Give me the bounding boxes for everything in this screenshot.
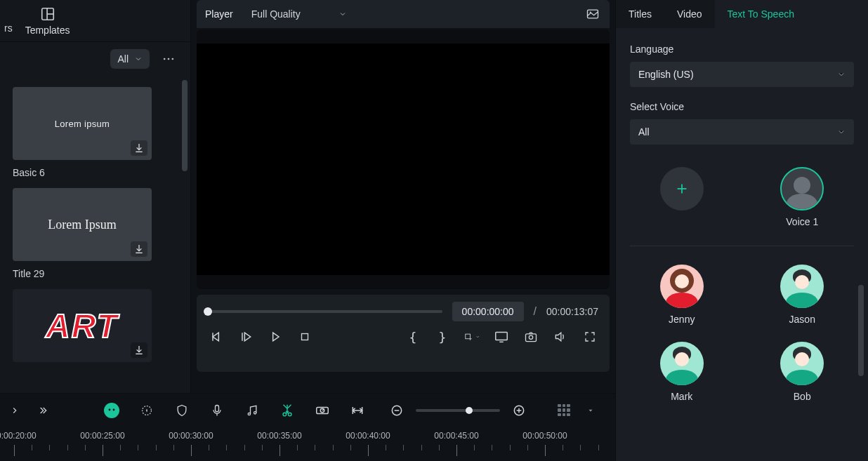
volume-icon [553,330,567,344]
stop-button[interactable] [296,328,313,345]
ruler-tick-minor [173,445,174,450]
auto-enhance-button[interactable] [138,401,156,420]
forward-button[interactable] [267,328,284,345]
zoom-knob[interactable] [466,407,473,414]
template-thumb[interactable]: ART [13,289,152,362]
voiceover-button[interactable] [208,401,226,420]
template-thumb[interactable]: Lorem Ipsum [13,188,152,261]
download-icon [133,243,145,255]
expand-panel-button[interactable] [34,401,52,420]
svg-line-38 [287,404,291,408]
download-button[interactable] [131,342,147,358]
voice-name: Mark [671,391,692,402]
zoom-slider[interactable] [416,409,500,412]
tab-video[interactable]: Video [664,0,715,28]
silhouette-icon [782,168,822,209]
partial-tab[interactable]: rs [4,22,13,34]
crop-button[interactable] [463,328,480,345]
avatar-tool-icon [103,402,120,419]
right-scrollbar[interactable] [858,285,864,376]
time-separator: / [534,305,537,318]
svg-point-10 [590,12,591,13]
voice-mark[interactable] [660,342,704,385]
prev-frame-button[interactable] [208,328,225,345]
speed-button[interactable] [313,401,331,420]
play-button[interactable] [237,328,254,345]
voice-jason[interactable] [780,265,824,308]
zoom-in-icon [512,403,526,417]
more-button[interactable] [157,48,180,69]
ruler-tick-minor [474,445,475,450]
ruler-tick-minor [67,445,68,450]
mark-out-button[interactable]: } [434,328,451,345]
split-button[interactable] [278,401,296,420]
template-preview-text: ART [46,307,119,345]
ruler-tick-minor [85,445,86,450]
ruler-tick-minor [527,445,528,450]
svg-rect-20 [496,333,508,340]
mark-in-button[interactable]: { [405,328,421,345]
chevron-down-icon [134,55,143,63]
seek-knob[interactable] [204,307,212,316]
voice-custom-1[interactable] [780,167,824,211]
prev-panel-button[interactable] [6,401,24,420]
language-value: English (US) [638,69,694,80]
ruler-tick-major [456,445,457,456]
tab-tts[interactable]: Text To Speech [715,0,807,28]
avatar-tool-button[interactable] [103,401,121,420]
mic-icon [210,403,224,417]
marker-button[interactable] [173,401,191,420]
ruler-tick-major [545,445,546,456]
fit-button[interactable] [348,401,367,420]
svg-rect-17 [466,334,471,339]
seek-slider[interactable] [208,310,442,313]
ruler-tick-major [14,445,15,456]
snapshot-button[interactable] [522,328,539,345]
tab-titles[interactable]: Titles [616,0,664,28]
ruler-tick-minor [580,445,581,450]
ruler-label: 00:00:50:00 [522,431,567,441]
timeline-ruler[interactable]: 00:00:20:0000:00:25:0000:00:30:0000:00:3… [0,427,615,461]
svg-point-28 [109,408,111,410]
track-layout-button[interactable] [555,401,573,420]
voice-jenny[interactable] [660,265,704,308]
chevron-down-icon [837,128,846,136]
audio-button[interactable] [243,401,261,420]
download-button[interactable] [131,140,147,156]
avatar-female-icon [660,265,704,308]
zoom-in-button[interactable] [510,401,528,420]
quality-dropdown[interactable]: Full Quality [244,6,354,22]
ruler-tick-minor [403,445,404,450]
ruler-tick-minor [209,445,209,450]
fit-icon [350,403,364,417]
tab-templates[interactable]: Templates [25,6,70,36]
voice-filter-select[interactable]: All [630,119,854,145]
svg-rect-32 [216,405,219,411]
snapshot-panel-icon [586,7,600,21]
zoom-out-button[interactable] [388,401,406,420]
svg-marker-11 [213,333,218,341]
svg-point-5 [172,58,174,60]
volume-button[interactable] [552,328,569,345]
add-voice-button[interactable] [660,167,704,211]
speed-icon [315,403,330,418]
fullscreen-button[interactable] [581,328,598,345]
language-select[interactable]: English (US) [630,62,854,87]
display-button[interactable] [493,328,510,345]
video-viewport[interactable] [197,29,610,289]
templates-icon [40,6,55,22]
templates-list[interactable]: Lorem ipsum Basic 6 Lorem Ipsum Title 29 [0,76,190,393]
template-thumb[interactable]: Lorem ipsum [13,87,152,160]
templates-filter-label: All [117,53,129,65]
templates-scrollbar[interactable] [182,80,188,171]
ruler-tick-minor [244,445,245,450]
track-layout-menu[interactable] [581,401,600,420]
download-button[interactable] [131,241,147,257]
snapshot-panel-button[interactable] [584,6,601,22]
svg-point-35 [254,411,256,413]
voice-bob[interactable] [780,342,824,385]
templates-filter[interactable]: All [110,49,150,69]
svg-marker-15 [273,333,279,341]
stop-icon [298,330,311,343]
mark-out-icon: } [439,330,447,345]
